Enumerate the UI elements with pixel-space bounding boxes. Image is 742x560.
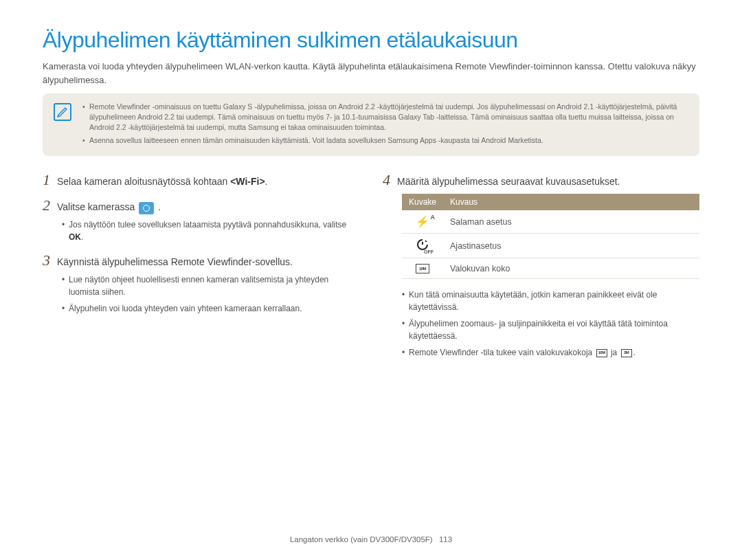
table-header: Kuvake Kuvaus: [402, 194, 699, 210]
step-number: 3: [43, 253, 50, 268]
remote-viewfinder-icon: [139, 202, 154, 214]
size-10m-icon: [596, 349, 607, 357]
bullet-item: Kun tätä ominaisuutta käytetään, jotkin …: [402, 289, 699, 313]
timer-icon: OFF: [402, 234, 443, 258]
settings-table: Kuvake Kuvaus ⚡A Salaman asetus: [402, 194, 699, 279]
size-2m-icon: [621, 349, 632, 357]
right-column: 4 Määritä älypuhelimessa seuraavat kuvau…: [383, 172, 699, 368]
note-item: Remote Viewfinder -ominaisuus on tuettu …: [82, 102, 687, 133]
footer-chapter: Langaton verkko (vain DV300F/DV305F): [290, 535, 433, 544]
table-row: OFF Ajastinasetus: [402, 234, 699, 258]
intro-text: Kamerasta voi luoda yhteyden älypuhelime…: [43, 60, 699, 87]
cell-label: Ajastinasetus: [443, 234, 699, 258]
page-footer: Langaton verkko (vain DV300F/DV305F) 113: [0, 535, 742, 544]
bullet-item: Älypuhelimen zoomaus- ja suljinpainikkei…: [402, 317, 699, 342]
step-number: 4: [383, 172, 390, 188]
step-2-text: Valitse kamerassa .: [57, 201, 161, 214]
note-icon: [54, 103, 71, 121]
bullet-item: Lue näytön ohjeet huolellisesti ennen ka…: [62, 273, 359, 298]
bullet-item: Älypuhelin voi luoda yhteyden vain yhtee…: [62, 302, 359, 315]
page-title: Älypuhelimen käyttäminen sulkimen etälau…: [43, 27, 699, 53]
step-1-text: Selaa kameran aloitusnäytössä kohtaan <W…: [57, 175, 268, 189]
table-row: Valokuvan koko: [402, 258, 699, 279]
bullet-item: Jos näyttöön tulee sovelluksen lataamist…: [62, 219, 359, 243]
step-3-text: Käynnistä älypuhelimessa Remote Viewfind…: [57, 256, 293, 269]
flash-icon: ⚡A: [402, 210, 443, 234]
step-number: 2: [43, 198, 50, 213]
step-4-text: Määritä älypuhelimessa seuraavat kuvausa…: [397, 175, 620, 189]
note-box: Remote Viewfinder -ominaisuus on tuettu …: [43, 93, 699, 156]
cell-label: Valokuvan koko: [443, 258, 699, 279]
table-row: ⚡A Salaman asetus: [402, 210, 699, 234]
th-icon: Kuvake: [402, 194, 443, 210]
step-number: 1: [43, 172, 50, 188]
bullet-item: Remote Viewfinder -tila tukee vain valok…: [402, 346, 699, 359]
left-column: 1 Selaa kameran aloitusnäytössä kohtaan …: [43, 172, 359, 368]
th-desc: Kuvaus: [443, 194, 699, 210]
cell-label: Salaman asetus: [443, 210, 699, 234]
note-item: Asenna sovellus laitteeseen ennen tämän …: [82, 135, 687, 146]
page-number: 113: [439, 535, 452, 544]
photo-size-icon: [402, 258, 443, 279]
